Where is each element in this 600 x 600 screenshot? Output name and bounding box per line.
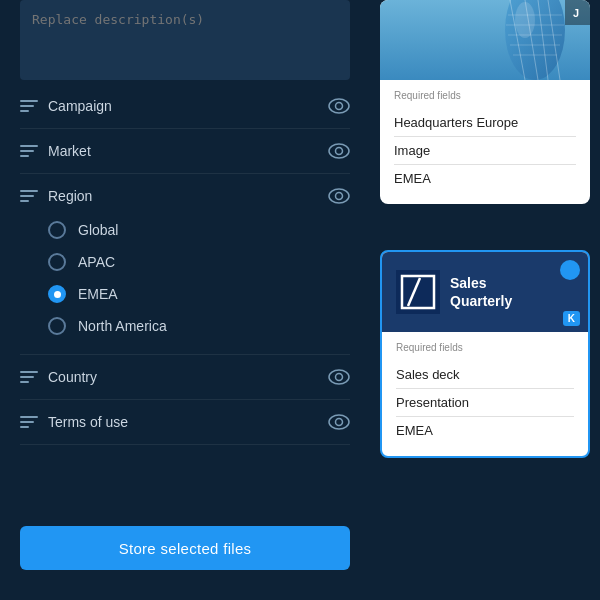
right-panel: J Required fields Headquarters Europe Im…	[370, 0, 600, 600]
card-title-line2: Quarterly	[450, 292, 512, 310]
card-2-field-2: EMEA	[396, 417, 574, 444]
terms-filter-row: Terms of use	[20, 400, 350, 445]
region-option-emea[interactable]: EMEA	[48, 278, 350, 310]
radio-apac	[48, 253, 66, 271]
description-textarea[interactable]	[20, 0, 350, 80]
country-eye-icon[interactable]	[328, 369, 350, 385]
svg-point-2	[329, 144, 349, 158]
campaign-label: Campaign	[48, 98, 112, 114]
campaign-eye-icon[interactable]	[328, 98, 350, 114]
region-option-apac[interactable]: APAC	[48, 246, 350, 278]
card-title-line1: Sales	[450, 274, 512, 292]
market-filter-label: Market	[20, 143, 91, 159]
card-1-required-label: Required fields	[394, 90, 576, 101]
region-option-global[interactable]: Global	[48, 214, 350, 246]
card-2-header: Sales Quarterly K	[382, 252, 588, 332]
market-filter-row: Market	[20, 129, 350, 174]
radio-emea-label: EMEA	[78, 286, 118, 302]
card-2-field-1: Presentation	[396, 389, 574, 417]
market-label: Market	[48, 143, 91, 159]
svg-point-9	[336, 419, 343, 426]
radio-north-america-label: North America	[78, 318, 167, 334]
region-filter-label: Region	[20, 188, 92, 204]
radio-north-america	[48, 317, 66, 335]
card-title-block: Sales Quarterly	[450, 274, 512, 310]
svg-point-6	[329, 370, 349, 384]
card-2-name-badge: K	[563, 311, 580, 326]
left-panel: Campaign Market Region	[0, 0, 370, 600]
card-1-field-1: Image	[394, 137, 576, 165]
region-section: Region Global APAC EMEA North Ame	[20, 174, 350, 355]
filter-icon-terms	[20, 415, 38, 429]
region-option-north-america[interactable]: North America	[48, 310, 350, 342]
card-2-field-0: Sales deck	[396, 361, 574, 389]
svg-line-25	[408, 278, 420, 306]
svg-point-5	[336, 193, 343, 200]
card-logo	[396, 270, 440, 314]
card-2-badge	[560, 260, 580, 280]
svg-point-21	[515, 2, 535, 38]
card-1-field-2: EMEA	[394, 165, 576, 192]
radio-emea	[48, 285, 66, 303]
radio-global-label: Global	[78, 222, 118, 238]
terms-eye-icon[interactable]	[328, 414, 350, 430]
svg-text:J: J	[573, 7, 579, 19]
radio-global	[48, 221, 66, 239]
country-filter-label: Country	[20, 369, 97, 385]
svg-point-7	[336, 374, 343, 381]
country-label: Country	[48, 369, 97, 385]
card-1-field-0: Headquarters Europe	[394, 109, 576, 137]
region-eye-icon[interactable]	[328, 188, 350, 204]
market-eye-icon[interactable]	[328, 143, 350, 159]
country-filter-row: Country	[20, 355, 350, 400]
svg-point-4	[329, 189, 349, 203]
filter-icon-market	[20, 144, 38, 158]
svg-point-0	[329, 99, 349, 113]
region-label: Region	[48, 188, 92, 204]
svg-point-8	[329, 415, 349, 429]
svg-point-3	[336, 148, 343, 155]
filter-icon-country	[20, 370, 38, 384]
campaign-filter-label: Campaign	[20, 98, 112, 114]
filter-icon-region	[20, 189, 38, 203]
filter-icon	[20, 99, 38, 113]
radio-apac-label: APAC	[78, 254, 115, 270]
card-2-required-label: Required fields	[396, 342, 574, 353]
campaign-filter-row: Campaign	[20, 84, 350, 129]
svg-point-1	[336, 103, 343, 110]
terms-filter-label: Terms of use	[20, 414, 128, 430]
region-header: Region	[20, 188, 350, 204]
card-headquarters-body: Required fields Headquarters Europe Imag…	[380, 80, 590, 204]
card-sales-quarterly: Sales Quarterly K Required fields Sales …	[380, 250, 590, 458]
terms-label: Terms of use	[48, 414, 128, 430]
card-headquarters: J Required fields Headquarters Europe Im…	[380, 0, 590, 204]
region-radio-group: Global APAC EMEA North America	[20, 214, 350, 350]
store-button[interactable]: Store selected files	[20, 526, 350, 570]
card-headquarters-image: J	[380, 0, 590, 80]
card-2-body: Required fields Sales deck Presentation …	[382, 332, 588, 456]
